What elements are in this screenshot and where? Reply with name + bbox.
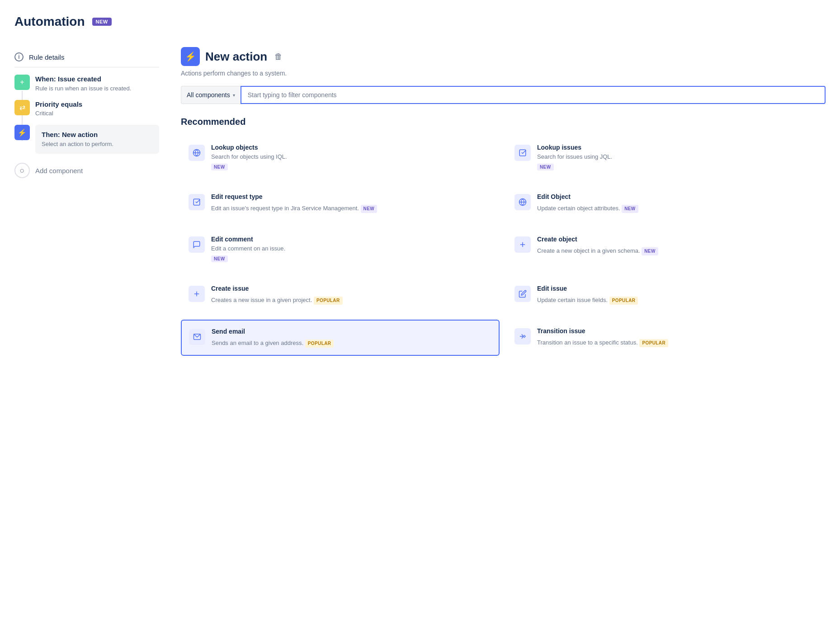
lookup-issues-tag: NEW: [537, 164, 554, 170]
new-badge: NEW: [92, 18, 112, 26]
add-component-row[interactable]: ○ Add component: [14, 163, 159, 178]
card-edit-comment[interactable]: Edit comment Edit a comment on an issue.…: [181, 228, 500, 270]
edit-object-tag: NEW: [622, 205, 638, 213]
chevron-down-icon: ▾: [233, 93, 235, 98]
dropdown-label: All components: [187, 91, 230, 99]
edit-issue-tag: POPULAR: [609, 297, 638, 305]
card-edit-request-type[interactable]: Edit request type Edit an issue's reques…: [181, 185, 500, 221]
edit-object-body: Edit Object Update certain object attrib…: [537, 193, 818, 213]
timeline-item-when[interactable]: + When: Issue created Rule is run when a…: [14, 75, 159, 93]
filter-row: All components ▾: [181, 86, 826, 104]
timeline-item-condition[interactable]: ⇄ Priority equals Critical: [14, 100, 159, 118]
lookup-objects-icon: [189, 145, 205, 161]
svg-rect-4: [193, 199, 200, 205]
lookup-issues-icon: [514, 145, 531, 161]
edit-comment-icon: [189, 236, 205, 253]
card-create-issue[interactable]: Create issue Creates a new issue in a gi…: [181, 277, 500, 312]
action-title-sidebar: Then: New action: [42, 130, 153, 139]
card-send-email[interactable]: Send email Sends an email to a given add…: [181, 320, 500, 356]
send-email-body: Send email Sends an email to a given add…: [212, 328, 491, 348]
create-object-icon: [514, 236, 531, 253]
action-panel-title: New action: [205, 50, 267, 64]
edit-issue-title: Edit issue: [537, 285, 818, 292]
timeline-item-action[interactable]: ⚡ Then: New action Select an action to p…: [14, 125, 159, 154]
edit-request-type-desc: Edit an issue's request type in Jira Ser…: [211, 202, 492, 213]
lookup-objects-tag: NEW: [211, 164, 228, 170]
cards-grid: Lookup objects Search for objects using …: [181, 136, 826, 356]
transition-issue-body: Transition issue Transition an issue to …: [537, 327, 818, 347]
card-edit-issue[interactable]: Edit issue Update certain issue fields. …: [507, 277, 826, 312]
card-lookup-issues[interactable]: Lookup issues Search for issues using JQ…: [507, 136, 826, 178]
edit-request-type-body: Edit request type Edit an issue's reques…: [211, 193, 492, 213]
edit-object-title: Edit Object: [537, 193, 818, 200]
edit-comment-desc: Edit a comment on an issue.: [211, 245, 492, 253]
lookup-issues-desc: Search for issues using JQL.: [537, 153, 818, 161]
when-content: When: Issue created Rule is run when an …: [35, 75, 159, 93]
add-component-circle: ○: [14, 163, 30, 178]
edit-comment-title: Edit comment: [211, 236, 492, 243]
right-panel: ⚡ New action 🗑 Actions perform changes t…: [181, 47, 826, 356]
card-lookup-objects[interactable]: Lookup objects Search for objects using …: [181, 136, 500, 178]
edit-issue-body: Edit issue Update certain issue fields. …: [537, 285, 818, 305]
component-dropdown[interactable]: All components ▾: [181, 86, 241, 104]
card-transition-issue[interactable]: Transition issue Transition an issue to …: [507, 320, 826, 356]
condition-content: Priority equals Critical: [35, 100, 159, 118]
lookup-objects-title: Lookup objects: [211, 144, 492, 151]
page-header: Automation NEW: [14, 14, 826, 29]
rule-details-row[interactable]: i Rule details: [14, 47, 159, 67]
when-title: When: Issue created: [35, 75, 159, 84]
condition-subtitle: Critical: [35, 109, 159, 118]
info-icon: i: [14, 52, 24, 61]
create-issue-title: Create issue: [211, 285, 492, 292]
lookup-issues-body: Lookup issues Search for issues using JQ…: [537, 144, 818, 170]
recommended-title: Recommended: [181, 117, 826, 127]
send-email-icon: [189, 329, 205, 345]
edit-issue-desc: Update certain issue fields. POPULAR: [537, 294, 818, 305]
edit-issue-icon: [514, 286, 531, 302]
lookup-objects-desc: Search for objects using IQL.: [211, 153, 492, 161]
action-icon: ⚡: [14, 125, 30, 140]
create-issue-icon: [189, 286, 205, 302]
rule-details-label: Rule details: [29, 53, 64, 61]
edit-request-type-tag: NEW: [361, 205, 378, 213]
send-email-title: Send email: [212, 328, 491, 335]
svg-rect-3: [519, 150, 526, 156]
transition-issue-title: Transition issue: [537, 327, 818, 335]
action-subtitle: Select an action to perform.: [42, 140, 153, 148]
filter-input[interactable]: [241, 86, 826, 104]
edit-comment-body: Edit comment Edit a comment on an issue.…: [211, 236, 492, 262]
action-description: Actions perform changes to a system.: [181, 70, 826, 77]
lookup-objects-body: Lookup objects Search for objects using …: [211, 144, 492, 170]
transition-issue-icon: [514, 328, 531, 345]
edit-comment-tag: NEW: [211, 255, 228, 262]
transition-issue-desc: Transition an issue to a specific status…: [537, 336, 818, 347]
action-content: Then: New action Select an action to per…: [35, 125, 159, 154]
main-layout: i Rule details + When: Issue created Rul…: [14, 47, 826, 356]
timeline: + When: Issue created Rule is run when a…: [14, 75, 159, 154]
action-icon-box: ⚡: [181, 47, 200, 66]
edit-object-icon: [514, 194, 531, 210]
card-edit-object[interactable]: Edit Object Update certain object attrib…: [507, 185, 826, 221]
card-create-object[interactable]: Create object Create a new object in a g…: [507, 228, 826, 270]
send-email-desc: Sends an email to a given address. POPUL…: [212, 337, 491, 348]
create-object-title: Create object: [537, 236, 818, 243]
create-issue-tag: POPULAR: [314, 297, 343, 305]
add-component-label: Add component: [35, 167, 83, 175]
edit-request-type-icon: [189, 194, 205, 210]
trash-icon[interactable]: 🗑: [274, 52, 283, 61]
page-title: Automation: [14, 14, 85, 29]
sidebar: i Rule details + When: Issue created Rul…: [14, 47, 159, 178]
send-email-tag: POPULAR: [305, 340, 334, 348]
lookup-issues-title: Lookup issues: [537, 144, 818, 151]
when-subtitle: Rule is run when an issue is created.: [35, 85, 159, 93]
edit-object-desc: Update certain object attributes. NEW: [537, 202, 818, 213]
condition-title: Priority equals: [35, 100, 159, 109]
when-icon: +: [14, 75, 30, 90]
create-object-tag: NEW: [642, 247, 658, 255]
condition-icon: ⇄: [14, 100, 30, 115]
create-object-desc: Create a new object in a given schema. N…: [537, 245, 818, 255]
transition-issue-tag: POPULAR: [639, 339, 668, 347]
edit-request-type-title: Edit request type: [211, 193, 492, 200]
action-header: ⚡ New action 🗑: [181, 47, 826, 66]
create-object-body: Create object Create a new object in a g…: [537, 236, 818, 255]
